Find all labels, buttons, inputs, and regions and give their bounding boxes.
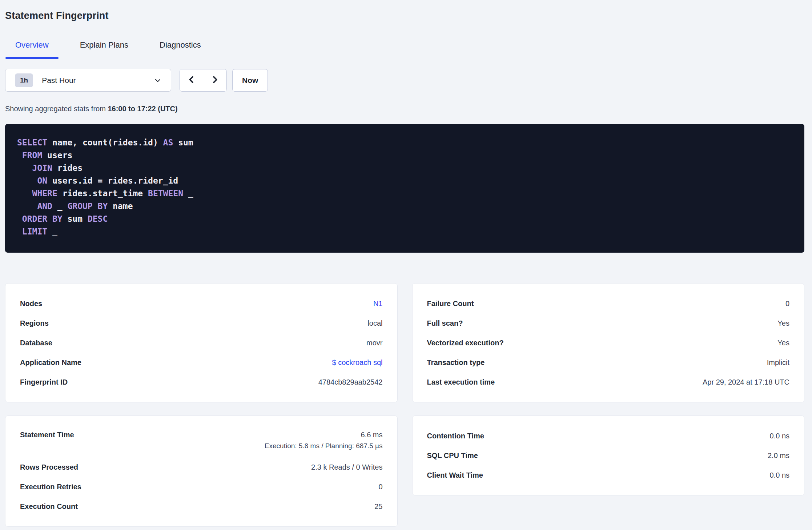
time-range-badge: 1h [15,73,33,87]
sql-line: ON users.id = rides.rider_id [17,174,792,187]
node-link[interactable]: N1 [373,300,383,308]
stat-label: Contention Time [427,432,484,440]
stat-row: Rows Processed 2.3 k Reads / 0 Writes [20,457,383,477]
page-title: Statement Fingerprint [5,10,804,21]
stat-row: Failure Count 0 [427,294,790,313]
time-range-label: Past Hour [42,76,153,85]
stat-row: Execution Count 25 [20,497,383,516]
stat-row: Last execution time Apr 29, 2024 at 17:1… [427,372,790,392]
stat-label: Execution Count [20,502,78,511]
stat-label: Last execution time [427,378,495,386]
stat-value: 0.0 ns [770,432,789,440]
stats-prefix: Showing aggregated stats from [5,105,108,113]
stat-value: Apr 29, 2024 at 17:18 UTC [703,378,789,386]
sql-line: AND _ GROUP BY name [17,200,792,213]
details-cards-row: Nodes N1 Regions local Database movr App… [5,283,804,402]
stat-row: Transaction type Implicit [427,353,790,372]
stat-row: Database movr [20,333,383,353]
stat-label: Client Wait Time [427,471,483,479]
tab-bar: Overview Explain Plans Diagnostics [5,40,804,58]
chevron-left-icon [186,75,197,86]
statement-details-card: Nodes N1 Regions local Database movr App… [5,283,398,402]
statement-time-card: Statement Time 6.6 ms Execution: 5.8 ms … [5,415,398,527]
stat-label: Application Name [20,358,81,367]
chevron-down-icon [153,76,162,85]
now-button[interactable]: Now [232,69,268,92]
stat-row: Statement Time 6.6 ms Execution: 5.8 ms … [20,426,383,457]
execution-attributes-card: Failure Count 0 Full scan? Yes Vectorize… [412,283,805,402]
stat-row: Execution Retries 0 [20,477,383,497]
stat-value: 2.3 k Reads / 0 Writes [311,463,382,471]
stat-value: 0 [378,483,382,491]
stat-row: Client Wait Time 0.0 ns [427,465,790,485]
tab-explain-plans[interactable]: Explain Plans [70,40,138,58]
stat-value: 25 [374,502,382,511]
sql-line: WHERE rides.start_time BETWEEN _ [17,187,792,200]
stat-label: Database [20,339,52,347]
sql-statement-block: SELECT name, count(rides.id) AS sum FROM… [5,124,804,253]
stat-row: SQL CPU Time 2.0 ms [427,446,790,465]
statement-fingerprint-page: Statement Fingerprint Overview Explain P… [0,0,812,527]
stat-value: Yes [777,339,789,347]
stat-value-stack: 6.6 ms Execution: 5.8 ms / Planning: 687… [265,431,383,450]
sql-line: FROM users [17,149,792,162]
stat-label: SQL CPU Time [427,451,478,460]
wait-time-card: Contention Time 0.0 ns SQL CPU Time 2.0 … [412,415,805,495]
time-range-dropdown[interactable]: 1h Past Hour [5,69,171,92]
stat-value: local [367,319,382,328]
sql-line: LIMIT _ [17,225,792,238]
stat-label: Fingerprint ID [20,378,68,386]
stat-row: Regions local [20,313,383,333]
sql-code: SELECT name, count(rides.id) AS sum FROM… [17,136,792,238]
previous-time-button[interactable] [180,69,203,91]
stat-row: Application Name $ cockroach sql [20,353,383,372]
stat-value: 0 [785,300,789,308]
stat-row: Full scan? Yes [427,313,790,333]
stat-label: Vectorized execution? [427,339,504,347]
stat-row: Vectorized execution? Yes [427,333,790,353]
performance-cards-row: Statement Time 6.6 ms Execution: 5.8 ms … [5,415,804,527]
stat-subvalue: Execution: 5.8 ms / Planning: 687.5 µs [265,442,383,450]
tab-overview[interactable]: Overview [5,40,59,58]
time-step-buttons [180,69,227,92]
stat-label: Execution Retries [20,483,81,491]
stat-row: Fingerprint ID 4784cb829aab2542 [20,372,383,392]
time-picker-row: 1h Past Hour Now [5,69,804,92]
stat-value: Implicit [767,358,789,367]
stat-value: 2.0 ms [768,451,789,460]
sql-line: JOIN rides [17,162,792,174]
stat-label: Transaction type [427,358,485,367]
stat-value: 4784cb829aab2542 [318,378,383,386]
stat-label: Regions [20,319,49,328]
application-name-link[interactable]: $ cockroach sql [332,358,383,367]
stat-row: Nodes N1 [20,294,383,313]
sql-line: ORDER BY sum DESC [17,213,792,225]
stats-range: 16:00 to 17:22 (UTC) [108,105,177,113]
stat-value: movr [366,339,382,347]
stat-label: Rows Processed [20,463,78,471]
next-time-button[interactable] [203,69,226,91]
stat-label: Full scan? [427,319,463,328]
aggregated-stats-line: Showing aggregated stats from 16:00 to 1… [5,105,804,113]
tab-diagnostics[interactable]: Diagnostics [149,40,211,58]
sql-line: SELECT name, count(rides.id) AS sum [17,136,792,149]
stat-label: Failure Count [427,300,474,308]
stat-value: 6.6 ms [265,431,383,439]
stat-value: Yes [777,319,789,328]
chevron-right-icon [210,75,220,86]
stat-value: 0.0 ns [770,471,789,479]
stat-row: Contention Time 0.0 ns [427,426,790,446]
stat-label: Nodes [20,300,42,308]
stat-label: Statement Time [20,431,74,439]
